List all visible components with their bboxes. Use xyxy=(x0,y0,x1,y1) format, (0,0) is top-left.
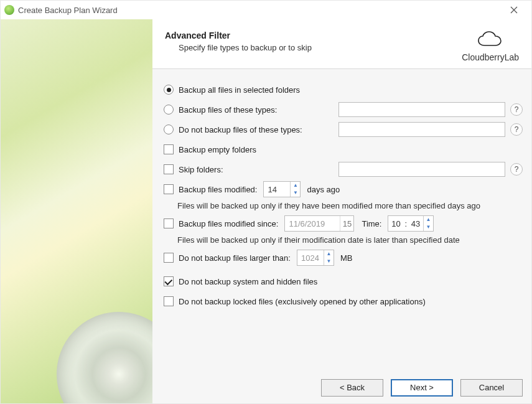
check-modified-days[interactable] xyxy=(164,184,174,194)
window-title: Create Backup Plan Wizard xyxy=(18,6,118,15)
check-skip-folders[interactable] xyxy=(164,164,174,174)
titlebar: Create Backup Plan Wizard xyxy=(1,1,531,19)
check-skip-locked[interactable] xyxy=(164,296,174,306)
input-skip-types[interactable] xyxy=(338,122,505,137)
label-backup-empty[interactable]: Backup empty folders xyxy=(179,145,256,154)
check-skip-system-hidden[interactable] xyxy=(164,276,174,286)
spinner-up-icon[interactable]: ▲ xyxy=(291,182,300,189)
brand: CloudberryLab xyxy=(462,31,519,62)
hint-modified-days: Files will be backed up only if they hav… xyxy=(177,201,523,210)
wizard-content: Backup all files in selected folders Bac… xyxy=(152,69,531,371)
help-skip-folders[interactable]: ? xyxy=(510,163,523,176)
time-colon: : xyxy=(403,216,408,231)
input-skip-folders[interactable] xyxy=(338,162,505,177)
close-icon xyxy=(510,6,518,14)
spinner-larger-than[interactable]: ▲ ▼ xyxy=(297,250,334,266)
spinner-up-icon[interactable]: ▲ xyxy=(424,216,433,223)
label-skip-locked[interactable]: Do not backup locked files (exclusively … xyxy=(179,297,426,306)
calendar-icon[interactable]: 15 xyxy=(340,216,353,231)
label-time: Time: xyxy=(362,219,381,228)
disc-graphic-icon xyxy=(49,304,152,403)
suffix-modified-days: days ago xyxy=(307,185,340,194)
spinner-down-icon[interactable]: ▼ xyxy=(424,223,433,231)
help-skip-types[interactable]: ? xyxy=(510,123,523,136)
input-modified-since-date[interactable] xyxy=(285,216,340,231)
hint-modified-since: Files will be backed up only if their mo… xyxy=(177,235,523,245)
page-subtitle: Specify file types to backup or to skip xyxy=(179,43,462,52)
close-button[interactable] xyxy=(500,1,528,19)
page-title: Advanced Filter xyxy=(165,31,462,40)
wizard-sidebar-graphic xyxy=(1,19,152,403)
label-skip-system-hidden[interactable]: Do not backup system and hidden files xyxy=(179,277,317,286)
spinner-modified-days[interactable]: ▲ ▼ xyxy=(263,181,301,197)
datepicker-modified-since[interactable]: 15 xyxy=(284,215,354,232)
label-skip-types[interactable]: Do not backup files of these types: xyxy=(179,125,302,134)
app-icon xyxy=(4,5,14,15)
radio-backup-all[interactable] xyxy=(164,85,174,95)
label-skip-folders[interactable]: Skip folders: xyxy=(179,165,223,174)
radio-backup-types[interactable] xyxy=(164,105,174,115)
suffix-larger-than: MB xyxy=(340,253,353,263)
input-time-hour[interactable] xyxy=(388,216,403,231)
label-modified-since[interactable]: Backup files modified since: xyxy=(179,219,278,228)
check-backup-empty[interactable] xyxy=(164,144,174,154)
cancel-button[interactable]: Cancel xyxy=(460,379,523,397)
label-backup-all[interactable]: Backup all files in selected folders xyxy=(179,85,300,95)
check-larger-than[interactable] xyxy=(164,253,174,263)
radio-skip-types[interactable] xyxy=(164,124,174,134)
input-backup-types[interactable] xyxy=(338,102,505,117)
wizard-window: Create Backup Plan Wizard Advanced Filte… xyxy=(0,0,532,404)
spinner-down-icon[interactable]: ▼ xyxy=(291,189,300,197)
back-button[interactable]: < Back xyxy=(321,379,383,397)
next-button[interactable]: Next > xyxy=(391,379,453,397)
help-backup-types[interactable]: ? xyxy=(510,103,523,116)
timepicker-modified-since[interactable]: : ▲ ▼ xyxy=(388,215,434,232)
input-larger-than[interactable] xyxy=(297,250,324,265)
check-modified-since[interactable] xyxy=(164,218,174,228)
label-modified-days[interactable]: Backup files modified: xyxy=(179,185,257,194)
spinner-down-icon[interactable]: ▼ xyxy=(324,258,334,265)
wizard-footer: < Back Next > Cancel xyxy=(152,371,531,403)
wizard-header: Advanced Filter Specify file types to ba… xyxy=(152,19,531,69)
brand-cloud-icon xyxy=(462,31,519,51)
label-backup-types[interactable]: Backup files of these types: xyxy=(179,105,277,115)
input-modified-days[interactable] xyxy=(264,182,290,197)
spinner-up-icon[interactable]: ▲ xyxy=(324,250,334,258)
label-larger-than[interactable]: Do not backup files larger than: xyxy=(179,253,291,263)
input-time-minute[interactable] xyxy=(408,216,423,231)
brand-name: CloudberryLab xyxy=(462,52,519,62)
